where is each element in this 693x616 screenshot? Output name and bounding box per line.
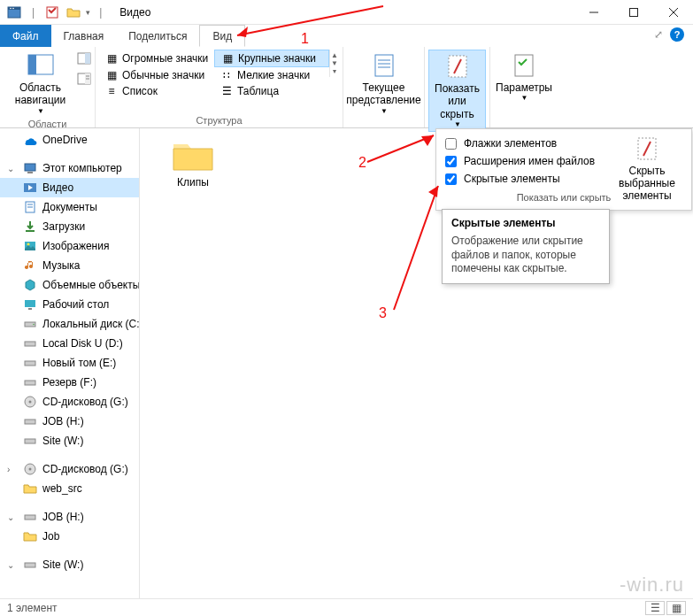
tree-music[interactable]: Музыка xyxy=(0,256,139,275)
titlebar: | ▾ | Видео xyxy=(0,0,693,25)
music-icon xyxy=(23,258,37,273)
chevron-down-icon[interactable]: ⌄ xyxy=(7,164,18,173)
layout-small[interactable]: ∷Мелкие значки xyxy=(214,67,329,83)
properties-icon[interactable] xyxy=(43,4,61,21)
options-button[interactable]: Параметры ▼ xyxy=(494,50,554,104)
tree-job-h[interactable]: JOB (H:) xyxy=(0,412,139,431)
layout-details[interactable]: ☰Таблица xyxy=(214,83,329,99)
layout-large[interactable]: ▦Крупные значки xyxy=(214,50,329,67)
tooltip-body: Отображение или скрытие файлов и папок, … xyxy=(451,235,600,276)
close-button[interactable] xyxy=(653,0,693,25)
layout-extra-large[interactable]: ▦Огромные значки xyxy=(99,50,214,67)
preview-pane-icon[interactable] xyxy=(77,51,91,68)
tree-local-disk-c[interactable]: Локальный диск (C:) xyxy=(0,314,139,334)
ribbon: Область навигации▼ Области ▦Огромные зна… xyxy=(0,47,693,128)
tree-this-pc[interactable]: ⌄Этот компьютер xyxy=(0,158,139,178)
drive-icon xyxy=(23,558,37,572)
cd-drive-icon xyxy=(23,395,37,409)
tree-web-src[interactable]: web_src xyxy=(0,479,139,498)
navigation-tree[interactable]: OneDrive ⌄Этот компьютер Видео Документы… xyxy=(0,128,140,598)
show-hide-button[interactable]: Показать или скрыть▼ xyxy=(428,50,486,132)
folder-icon xyxy=(23,529,37,543)
watermark: -win.ru xyxy=(620,574,684,597)
hidden-items-checkbox[interactable] xyxy=(445,173,457,185)
layout-list[interactable]: ≡Список xyxy=(99,83,214,99)
minimize-button[interactable] xyxy=(574,0,613,25)
svg-rect-37 xyxy=(25,342,35,346)
help-icon[interactable]: ? xyxy=(670,27,684,42)
maximize-button[interactable] xyxy=(613,0,653,25)
svg-rect-10 xyxy=(28,55,36,74)
tree-cd-drive-g-2[interactable]: ›CD-дисковод (G:) xyxy=(0,459,139,479)
tree-video[interactable]: Видео xyxy=(0,178,139,197)
tab-file[interactable]: Файл xyxy=(0,25,51,47)
tree-cd-drive-g[interactable]: CD-дисковод (G:) xyxy=(0,392,139,412)
item-checkboxes-checkbox[interactable] xyxy=(445,138,457,150)
extra-large-icons-icon: ▦ xyxy=(104,51,119,65)
svg-point-2 xyxy=(10,7,12,9)
tree-desktop[interactable]: Рабочий стол xyxy=(0,295,139,314)
show-hide-panel: Флажки элементов Расширения имен файлов … xyxy=(435,128,692,211)
qat-dropdown-icon[interactable]: ▾ xyxy=(86,8,90,17)
tab-home[interactable]: Главная xyxy=(51,25,117,47)
svg-rect-39 xyxy=(25,381,35,385)
pin-ribbon-icon[interactable]: ⤢ xyxy=(654,28,663,41)
chevron-right-icon[interactable]: › xyxy=(7,465,18,474)
details-icon: ☰ xyxy=(219,84,234,98)
view-details-icon[interactable]: ☰ xyxy=(645,601,665,615)
hide-selected-button[interactable]: Скрыть выбранные элементы xyxy=(608,135,686,202)
chevron-down-icon[interactable]: ⌄ xyxy=(7,512,18,522)
tree-3d-objects[interactable]: Объемные объекты xyxy=(0,275,139,295)
objects-3d-icon xyxy=(23,278,37,292)
current-view-label: Текущее представление xyxy=(346,81,420,107)
downloads-icon xyxy=(23,219,37,234)
tree-site-w[interactable]: Site (W:) xyxy=(0,431,139,450)
drive-icon xyxy=(23,356,37,370)
this-pc-icon xyxy=(23,161,37,175)
drive-icon xyxy=(23,375,37,389)
current-view-icon xyxy=(370,51,398,80)
tab-view[interactable]: Вид xyxy=(199,25,245,47)
layout-group-label: Структура xyxy=(99,113,339,127)
large-icons-icon: ▦ xyxy=(220,51,235,65)
svg-rect-23 xyxy=(25,164,35,171)
details-pane-icon[interactable] xyxy=(77,72,91,89)
navigation-pane-button[interactable]: Область навигации▼ xyxy=(4,50,77,117)
onedrive-icon xyxy=(23,133,37,147)
svg-rect-47 xyxy=(25,563,35,567)
layout-gallery-scroll[interactable]: ▲▼▾ xyxy=(329,50,339,77)
tree-job-h-2[interactable]: ⌄JOB (H:) xyxy=(0,507,139,527)
tab-share[interactable]: Поделиться xyxy=(116,25,199,47)
layout-medium[interactable]: ▦Обычные значки xyxy=(99,67,214,83)
documents-icon xyxy=(23,200,37,214)
svg-point-41 xyxy=(29,401,32,404)
svg-rect-43 xyxy=(25,439,35,443)
status-item-count: 1 элемент xyxy=(7,602,58,614)
show-hide-icon xyxy=(443,52,472,81)
svg-rect-38 xyxy=(25,361,35,366)
tree-site-w-2[interactable]: ⌄Site (W:) xyxy=(0,555,139,574)
video-folder-icon xyxy=(23,181,37,195)
svg-rect-1 xyxy=(8,7,20,10)
tree-pictures[interactable]: Изображения xyxy=(0,236,139,256)
tree-onedrive[interactable]: OneDrive xyxy=(0,130,139,150)
view-large-icons-icon[interactable]: ▦ xyxy=(666,601,686,615)
desktop-icon xyxy=(23,297,37,312)
separator: | xyxy=(99,6,102,19)
file-item-clips[interactable]: Клипы xyxy=(158,137,228,189)
tree-new-volume-e[interactable]: Новый том (E:) xyxy=(0,353,139,373)
options-label: Параметры xyxy=(496,81,552,94)
navigation-pane-label: Область навигации xyxy=(9,81,72,107)
small-icons-icon: ∷ xyxy=(219,68,234,82)
chevron-down-icon[interactable]: ⌄ xyxy=(7,560,18,570)
tree-reserve-f[interactable]: Резерв (F:) xyxy=(0,373,139,392)
current-view-button[interactable]: Текущее представление▼ xyxy=(347,50,420,117)
layout-gallery[interactable]: ▦Огромные значки ▦Крупные значки ▦Обычны… xyxy=(99,50,329,99)
tree-job-folder[interactable]: Job xyxy=(0,527,139,546)
navigation-pane-icon xyxy=(27,51,55,80)
tree-local-disk-d[interactable]: Local Disk U (D:) xyxy=(0,334,139,353)
file-extensions-checkbox[interactable] xyxy=(445,156,457,167)
tree-documents[interactable]: Документы xyxy=(0,197,139,217)
svg-rect-42 xyxy=(25,420,35,424)
tree-downloads[interactable]: Загрузки xyxy=(0,217,139,236)
